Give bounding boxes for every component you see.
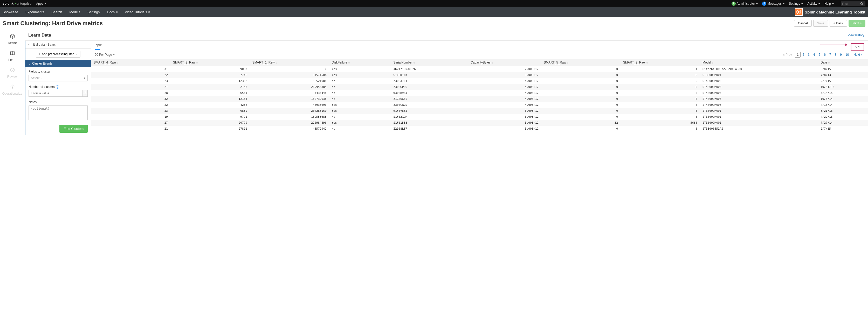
messages-menu[interactable]: 2 Messages xyxy=(762,2,785,6)
nav-label: Settings xyxy=(87,10,100,14)
cell: 0 xyxy=(621,126,700,132)
cell: No xyxy=(329,114,391,120)
find-clusters-button[interactable]: Find Clusters xyxy=(59,125,88,133)
app-title: Splunk Machine Learning Toolkit xyxy=(805,10,865,14)
table-row[interactable]: 31390630YesJK2171B9J0G26L2.00E+1201Hitac… xyxy=(91,66,868,72)
cell: 46572942 xyxy=(250,126,329,132)
table-row[interactable]: 3212184152739038NoZ1Z06G0S4.00E+1200ST40… xyxy=(91,96,868,102)
col-CapacityBytes[interactable]: CapacityBytes◇ xyxy=(468,59,541,66)
stage-learn[interactable]: Learn xyxy=(0,50,25,62)
pager-page-6[interactable]: 6 xyxy=(822,52,828,57)
nav-search[interactable]: Search xyxy=(51,10,62,14)
col-Date[interactable]: Date◇ xyxy=(818,59,868,66)
caret-down-icon xyxy=(818,3,820,4)
nav-video-tutorials[interactable]: Video Tutorials⧉ xyxy=(125,10,150,14)
cell: 10/5/14 xyxy=(818,96,868,102)
table-row[interactable]: 2720779220984496YesS1F015533.00E+1232568… xyxy=(91,120,868,126)
cell: ST3000DM001 xyxy=(700,108,818,114)
stage-define[interactable]: Define xyxy=(0,34,25,45)
apps-menu[interactable]: Apps xyxy=(36,2,46,5)
table-row[interactable]: 199771169558688NoS1F02XDM3.00E+1200ST300… xyxy=(91,114,868,120)
view-history-link[interactable]: View history xyxy=(848,33,864,37)
col-label: DiskFailure xyxy=(332,61,347,64)
brand[interactable]: splunk>enterprise xyxy=(3,2,31,5)
data-controls: 20 Per Page ▼ « Prev 12345678910 Next » xyxy=(91,50,868,59)
col-Model[interactable]: Model◇ xyxy=(700,59,818,66)
pager-page-7[interactable]: 7 xyxy=(828,52,833,57)
spinner-up-icon[interactable]: ▲ xyxy=(83,90,87,93)
nav-experiments[interactable]: Experiments xyxy=(25,10,44,14)
cell: 6/8/15 xyxy=(818,66,868,72)
help-menu[interactable]: Help xyxy=(825,2,834,5)
select-placeholder: Select... xyxy=(31,76,42,80)
cell: No xyxy=(329,78,391,84)
per-page-dropdown[interactable]: 20 Per Page ▼ xyxy=(95,53,115,57)
nav-settings[interactable]: Settings xyxy=(87,10,100,14)
table-row[interactable]: 2865814433448NoW300R9SJ4.00E+1200ST4000D… xyxy=(91,90,868,96)
cell: ST4000DM000 xyxy=(700,84,818,90)
cell: 219958384 xyxy=(250,84,329,90)
spinner-down-icon[interactable]: ▼ xyxy=(83,93,87,96)
table-row[interactable]: 212148219958384NoZ300GPPS4.00E+1200ST400… xyxy=(91,84,868,90)
input-tab[interactable]: Input xyxy=(95,43,102,50)
number-of-clusters-input[interactable]: ▲ ▼ xyxy=(29,90,88,97)
pager-page-3[interactable]: 3 xyxy=(806,52,811,57)
cell: 4.00E+12 xyxy=(468,96,541,102)
col-SMART_3_Raw[interactable]: SMART_3_Raw◇ xyxy=(170,59,250,66)
col-DiskFailure[interactable]: DiskFailure◇ xyxy=(329,59,391,66)
cell: ST3000DM001 xyxy=(700,72,818,78)
help-icon[interactable]: ? xyxy=(56,85,59,89)
notes-label: Notes xyxy=(29,100,88,104)
settings-menu[interactable]: Settings xyxy=(789,2,803,5)
cancel-button[interactable]: Cancel xyxy=(794,20,811,27)
nav-label: Search xyxy=(51,10,62,14)
col-SMART_2_Raw[interactable]: SMART_2_Raw◇ xyxy=(621,59,700,66)
find-input[interactable] xyxy=(842,2,860,5)
spl-button[interactable]: SPL xyxy=(850,43,864,50)
col-SMART_1_Raw[interactable]: SMART_1_Raw◇ xyxy=(250,59,329,66)
fields-to-cluster-select[interactable]: Select... ▾ xyxy=(29,75,88,81)
col-SMART_5_Raw[interactable]: SMART_5_Raw◇ xyxy=(541,59,621,66)
cell: 0 xyxy=(541,108,621,114)
cell: Z300GPPS xyxy=(391,84,468,90)
pager-next[interactable]: Next » xyxy=(851,52,864,57)
pager-page-9[interactable]: 9 xyxy=(838,52,844,57)
pager-page-10[interactable]: 10 xyxy=(844,52,850,57)
table-row[interactable]: 236859204286160YesW1F0V86J3.00E+1200ST30… xyxy=(91,108,868,114)
next-button[interactable]: Next > xyxy=(848,20,865,27)
table-row[interactable]: 22425645930696YesZ300CR7D4.00E+1200ST400… xyxy=(91,102,868,108)
save-button: Save xyxy=(813,20,828,27)
cell: 23 xyxy=(91,108,170,114)
cell: 20779 xyxy=(170,120,250,126)
nav-models[interactable]: Models xyxy=(69,10,80,14)
number-input[interactable] xyxy=(29,90,83,97)
add-preprocessing-step-button[interactable]: + Add preprocessing step xyxy=(36,51,80,58)
cell: 5680 xyxy=(621,120,700,126)
notes-textarea[interactable] xyxy=(29,105,88,120)
administrator-menu[interactable]: i Administrator xyxy=(732,2,758,6)
cell: 31 xyxy=(91,66,170,72)
app-brand[interactable]: Splunk Machine Learning Toolkit xyxy=(795,8,865,16)
col-label: CapacityBytes xyxy=(471,61,491,64)
pager-page-5[interactable]: 5 xyxy=(817,52,823,57)
cell: 2/7/15 xyxy=(818,126,868,132)
nav-docs[interactable]: Docs⧉ xyxy=(107,10,118,14)
nav-showcase[interactable]: Showcase xyxy=(3,10,18,14)
back-button[interactable]: < Back xyxy=(830,20,847,27)
pager-page-4[interactable]: 4 xyxy=(811,52,817,57)
pager-page-1[interactable]: 1 xyxy=(795,52,801,58)
pager-page-8[interactable]: 8 xyxy=(833,52,838,57)
cluster-events-header[interactable]: ⌄ Cluster Events xyxy=(25,60,91,67)
table-row[interactable]: 212789146572942NoZ2908LT73.00E+1200ST330… xyxy=(91,126,868,132)
col-SerialNumber[interactable]: SerialNumber◇ xyxy=(391,59,468,66)
col-SMART_4_Raw[interactable]: SMART_4_Raw◇ xyxy=(91,59,170,66)
find-box[interactable] xyxy=(841,1,865,6)
sort-icon: ◇ xyxy=(712,62,714,64)
pager: « Prev 12345678910 Next » xyxy=(781,52,864,57)
cell: 54571504 xyxy=(250,72,329,78)
table-row[interactable]: 231235250521088NoZ300X7L14.00E+1200ST400… xyxy=(91,78,868,84)
table-row[interactable]: 22774654571504YesS1F0R1AK3.00E+1200ST300… xyxy=(91,72,868,78)
activity-menu[interactable]: Activity xyxy=(807,2,820,5)
initial-data-strip[interactable]: › Initial data - Search xyxy=(25,41,91,49)
pager-page-2[interactable]: 2 xyxy=(801,52,806,57)
